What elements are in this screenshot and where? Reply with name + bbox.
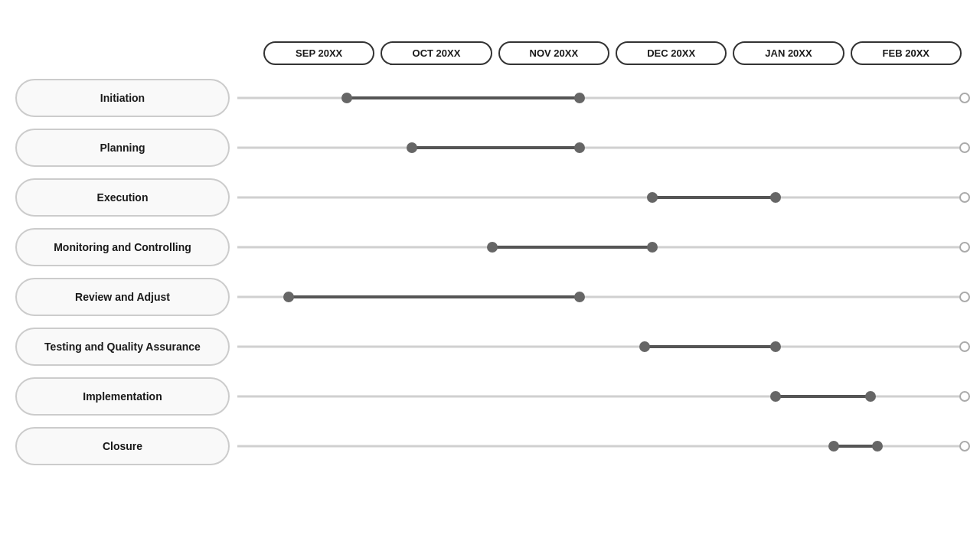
task-label-1: Planning [15,129,230,167]
month-label-1: OCT 20XX [381,41,492,65]
timeline-track-5 [237,345,965,348]
task-label-4: Review and Adjust [15,278,230,316]
bar-segment-3 [492,246,652,249]
bar-segment-6 [776,395,871,398]
dot-end-6 [865,391,876,402]
task-row: Closure [15,421,965,471]
timeline-track-0 [237,96,965,99]
task-row: Execution [15,172,965,222]
timeline-track-1 [237,146,965,149]
bar-segment-5 [645,345,776,348]
task-row: Initiation [15,73,965,122]
dot-start-1 [407,142,417,153]
bar-segment-7 [834,445,877,448]
dot-start-0 [341,93,352,103]
end-circle-0 [959,93,970,103]
task-row: Planning [15,122,965,172]
end-circle-6 [959,391,970,402]
dot-end-0 [574,93,585,103]
end-circle-3 [959,242,970,253]
dot-start-3 [487,242,498,253]
dot-end-1 [574,142,585,153]
end-circle-1 [959,142,970,153]
task-label-7: Closure [15,427,230,465]
task-row: Testing and Quality Assurance [15,321,965,371]
task-label-3: Monitoring and Controlling [15,228,230,266]
month-label-2: NOV 20XX [498,41,609,65]
dot-start-4 [283,292,294,302]
end-circle-2 [959,192,970,203]
bar-segment-0 [347,96,580,99]
dot-start-6 [770,391,781,402]
bar-segment-2 [652,196,776,199]
month-label-3: DEC 20XX [616,41,727,65]
task-label-0: Initiation [15,79,230,117]
bar-segment-1 [412,146,580,149]
end-circle-5 [959,341,970,352]
dot-end-7 [872,441,883,452]
task-label-6: Implementation [15,377,230,416]
task-row: Monitoring and Controlling [15,222,965,272]
track-background [237,345,965,347]
timeline-track-3 [237,246,965,249]
task-row: Implementation [15,371,965,421]
timeline-track-7 [237,445,965,448]
month-label-0: SEP 20XX [263,41,374,65]
dot-start-5 [639,341,650,352]
end-circle-7 [959,441,970,452]
track-background [237,146,965,148]
dot-end-2 [770,192,781,203]
dot-start-2 [647,192,658,203]
bar-segment-4 [289,295,580,298]
track-background [237,196,965,198]
timeline-track-2 [237,196,965,199]
timeline-track-4 [237,295,965,298]
dot-start-7 [828,441,839,452]
task-row: Review and Adjust [15,272,965,321]
month-header-row: SEP 20XXOCT 20XXNOV 20XXDEC 20XXJAN 20XX… [15,41,965,65]
dot-end-3 [647,242,658,253]
timeline-container: SEP 20XXOCT 20XXNOV 20XXDEC 20XXJAN 20XX… [0,41,980,471]
month-label-4: JAN 20XX [733,41,844,65]
task-label-2: Execution [15,178,230,217]
dot-end-4 [574,292,585,302]
month-label-5: FEB 20XX [851,41,962,65]
end-circle-4 [959,292,970,302]
dot-end-5 [770,341,781,352]
timeline-track-6 [237,395,965,398]
task-label-5: Testing and Quality Assurance [15,328,230,366]
